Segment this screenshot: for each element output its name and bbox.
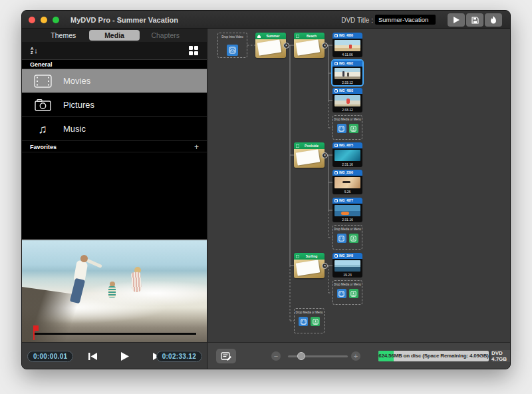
clip-duration: 19.23 xyxy=(332,273,362,277)
clip-duration: 2:33.12 xyxy=(332,108,362,112)
movie-clip-icon xyxy=(337,234,346,243)
clip-icon xyxy=(334,144,338,147)
skip-back-icon xyxy=(88,353,97,360)
project-canvas: Drop Intro Video Summer × Beach × Poolsi… xyxy=(207,29,511,342)
play-icon xyxy=(121,352,129,361)
sidebar-item-movies[interactable]: Movies xyxy=(22,69,207,93)
edit-menu-icon xyxy=(221,352,231,361)
minimize-window-button[interactable] xyxy=(41,17,47,23)
drop-media-zone-surfing[interactable]: Drop Media or Menu xyxy=(332,280,362,305)
remove-surfing-button[interactable]: × xyxy=(322,263,328,269)
general-section-header: General xyxy=(22,60,207,69)
menu-icon xyxy=(349,234,358,243)
favorites-section-header: Favorites + xyxy=(22,141,207,152)
burn-disc-button[interactable] xyxy=(485,13,502,27)
submenu-icon xyxy=(296,35,299,38)
clip-icon xyxy=(334,254,338,258)
zoom-out-button[interactable]: − xyxy=(271,351,281,361)
disc-capacity-bar: 624.56MB on disc (Space Remaining: 4.09G… xyxy=(378,351,489,361)
sidebar-item-label: Music xyxy=(63,124,86,134)
preview-play-button[interactable] xyxy=(448,13,465,27)
burn-icon xyxy=(490,16,497,24)
submenu-icon xyxy=(296,255,299,258)
window-title: MyDVD Pro - Summer Vacation xyxy=(70,16,178,24)
remove-beach-button[interactable]: × xyxy=(322,43,328,49)
sidebar-item-label: Pictures xyxy=(63,100,94,110)
playhead-marker[interactable] xyxy=(33,325,35,340)
canvas-controls-bar: − + 624.56MB on disc (Space Remaining: 4… xyxy=(207,342,511,369)
drop-intro-video-zone[interactable]: Drop Intro Video xyxy=(217,33,247,58)
scrubber-bar[interactable] xyxy=(33,333,196,335)
menu-icon xyxy=(349,289,358,298)
play-button[interactable] xyxy=(121,352,129,361)
dvd-title-label: DVD Title : xyxy=(341,17,373,24)
menu-icon xyxy=(349,124,358,133)
zoom-in-button[interactable]: + xyxy=(351,351,360,361)
movie-clip-icon xyxy=(227,45,238,56)
menu-icon xyxy=(311,317,320,326)
home-icon xyxy=(257,35,261,38)
clip-icon xyxy=(334,34,338,37)
media-node-img4892[interactable]: IMG_4892 2:33.12 xyxy=(332,61,362,85)
pictures-icon xyxy=(22,98,63,111)
skip-back-button[interactable] xyxy=(88,353,97,360)
drop-media-zone-beach[interactable]: Drop Media or Menu xyxy=(332,115,362,140)
menu-node-beach[interactable]: Beach xyxy=(294,33,325,58)
media-node-img4877[interactable]: IMG_4877 2:31.16 xyxy=(332,198,362,222)
transport-bar: 0:00:00.01 0:02:33.12 xyxy=(22,342,207,369)
menu-node-poolside[interactable]: Poolside xyxy=(294,142,325,168)
media-node-img2390[interactable]: IMG_2390 5.26 xyxy=(332,170,362,194)
zoom-window-button[interactable] xyxy=(53,17,59,23)
media-browser-toolbar: AZ ↓ xyxy=(22,42,207,60)
media-node-img3948[interactable]: IMG_3948 19.23 xyxy=(332,253,362,278)
disc-format-dropdown[interactable]: DVD 4.7GB xyxy=(491,350,511,362)
grid-view-icon[interactable] xyxy=(189,46,198,55)
remove-summer-button[interactable]: × xyxy=(283,43,289,49)
app-window: MyDVD Pro - Summer Vacation DVD Title : xyxy=(21,10,511,369)
tab-themes[interactable]: Themes xyxy=(38,30,89,41)
clip-icon xyxy=(334,62,338,65)
sidebar-item-label: Movies xyxy=(63,76,90,86)
play-icon xyxy=(454,17,460,23)
add-favorite-button[interactable]: + xyxy=(194,142,199,152)
total-time: 0:02:33.12 xyxy=(156,351,202,362)
remove-poolside-button[interactable]: × xyxy=(322,152,328,158)
clip-duration: 2:31.16 xyxy=(332,162,362,166)
tab-chapters[interactable]: Chapters xyxy=(140,30,191,41)
zoom-slider-handle[interactable] xyxy=(297,352,305,360)
drop-media-zone-poolside[interactable]: Drop Media or Menu xyxy=(332,225,362,250)
clip-duration: 2:33.12 xyxy=(332,81,362,85)
disc-usage-text: 624.56MB on disc (Space Remaining: 4.09G… xyxy=(378,351,489,361)
sidebar-tabs: Themes Media Chapters xyxy=(22,29,207,42)
movie-clip-icon xyxy=(299,317,308,326)
edit-menu-button[interactable] xyxy=(216,349,236,363)
sidebar-item-pictures[interactable]: Pictures xyxy=(22,93,207,117)
media-node-img4886[interactable]: IMG_4886 4:11.06 xyxy=(332,33,362,57)
sidebar-item-music[interactable]: ♫ Music xyxy=(22,117,207,141)
submenu-icon xyxy=(296,144,299,148)
save-project-button[interactable] xyxy=(466,13,483,27)
dvd-title-input[interactable] xyxy=(375,15,436,25)
current-time: 0:00:00.01 xyxy=(27,351,73,362)
save-icon xyxy=(471,17,479,24)
clip-icon xyxy=(334,89,338,93)
menu-node-surfing[interactable]: Surfing xyxy=(294,253,325,278)
sort-az-icon[interactable]: AZ ↓ xyxy=(31,47,38,55)
zoom-slider[interactable] xyxy=(288,355,348,357)
movie-clip-icon xyxy=(337,124,346,133)
tab-media[interactable]: Media xyxy=(89,30,140,41)
close-window-button[interactable] xyxy=(29,17,35,23)
sidebar: Themes Media Chapters AZ ↓ General xyxy=(22,29,207,342)
clip-duration: 2:31.16 xyxy=(332,218,362,222)
clip-duration: 4:11.06 xyxy=(332,53,362,57)
music-icon: ♫ xyxy=(22,123,63,135)
movies-icon xyxy=(22,75,63,88)
drop-media-zone-root[interactable]: Drop Media or Menu xyxy=(294,308,325,333)
menu-node-summer[interactable]: Summer xyxy=(255,33,286,58)
clip-icon xyxy=(334,199,338,202)
media-node-img4875[interactable]: IMG_4875 2:31.16 xyxy=(332,142,362,167)
media-node-img4893[interactable]: IMG_4893 2:33.12 xyxy=(332,88,362,112)
movie-clip-icon xyxy=(337,289,346,298)
video-preview[interactable] xyxy=(22,239,207,342)
titlebar: MyDVD Pro - Summer Vacation DVD Title : xyxy=(22,11,510,29)
